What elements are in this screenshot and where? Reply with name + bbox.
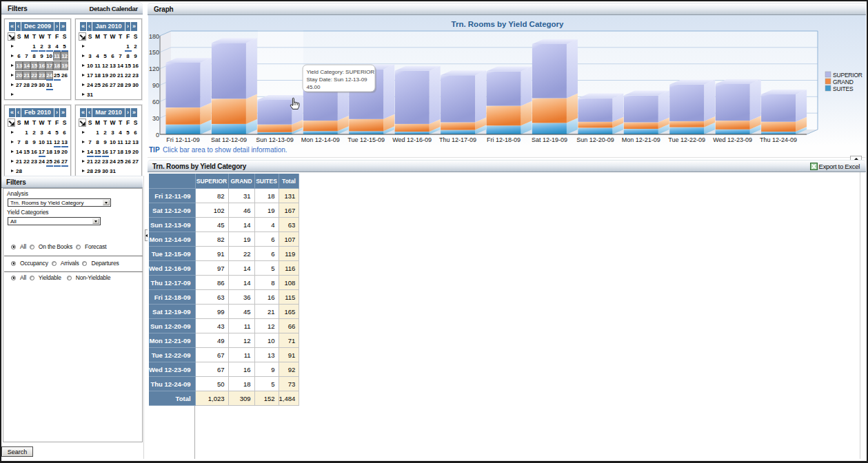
svg-text:Trn. Rooms by Yield Category: Trn. Rooms by Yield Category	[452, 20, 565, 28]
svg-text:Tue 12-15-09: Tue 12-15-09	[347, 136, 385, 143]
svg-text:Stay Date: Sun 12-13-09: Stay Date: Sun 12-13-09	[307, 76, 368, 83]
svg-text:SUPERIOR: SUPERIOR	[833, 72, 862, 79]
svg-text:Fri 12-11-09: Fri 12-11-09	[166, 136, 199, 143]
svg-text:Sun 12-13-09: Sun 12-13-09	[256, 136, 294, 143]
svg-text:Yield Category: SUPERIOR: Yield Category: SUPERIOR	[307, 69, 375, 75]
svg-text:TIP: TIP	[149, 146, 160, 154]
svg-text:Mon 12-21-09: Mon 12-21-09	[622, 136, 660, 143]
svg-text:Wed 12-16-09: Wed 12-16-09	[392, 136, 432, 143]
svg-text:SUITES: SUITES	[833, 85, 854, 92]
svg-text:Sat 12-19-09: Sat 12-19-09	[532, 136, 567, 143]
svg-text:Sun 12-20-09: Sun 12-20-09	[576, 136, 614, 143]
svg-text:0: 0	[156, 132, 159, 138]
svg-text:GRAND: GRAND	[833, 79, 854, 85]
svg-text:Mon 12-14-09: Mon 12-14-09	[301, 136, 340, 143]
svg-text:Thu 12-24-09: Thu 12-24-09	[760, 136, 797, 143]
svg-text:120: 120	[149, 65, 159, 72]
svg-text:150: 150	[149, 49, 159, 56]
svg-text:Thu 12-17-09: Thu 12-17-09	[439, 136, 476, 143]
svg-text:30: 30	[152, 115, 159, 122]
svg-text:Wed 12-23-09: Wed 12-23-09	[713, 136, 752, 143]
svg-text:90: 90	[152, 82, 159, 89]
svg-text:Sat 12-12-09: Sat 12-12-09	[211, 136, 247, 143]
svg-text:60: 60	[152, 99, 159, 105]
svg-text:45.00: 45.00	[307, 84, 321, 90]
svg-text:180: 180	[149, 33, 159, 40]
svg-text:Fri 12-18-09: Fri 12-18-09	[487, 136, 521, 143]
svg-text:Click bar area to show detail: Click bar area to show detail informatio…	[163, 146, 287, 154]
svg-text:Tue 12-22-09: Tue 12-22-09	[668, 136, 705, 143]
